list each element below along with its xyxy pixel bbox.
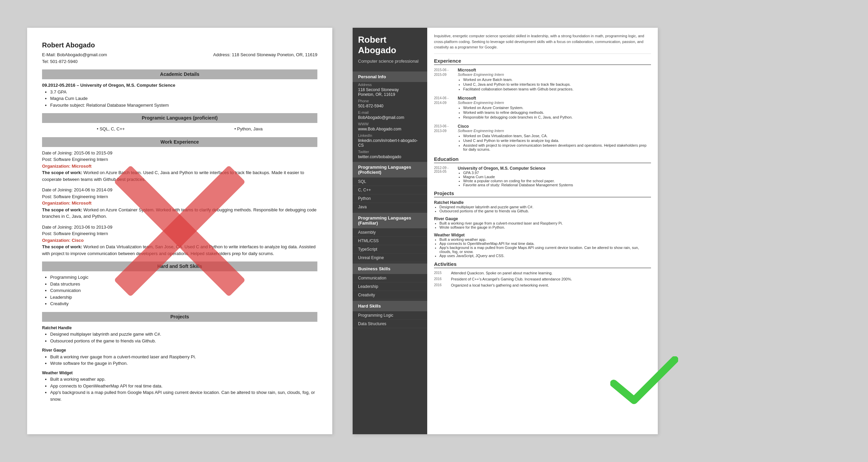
edu-school-1: University of Oregon, M.S. Computer Scie… xyxy=(458,166,651,171)
left-contact-left: E-Mail: BobAbogado@gmail.com Tel: 501-87… xyxy=(42,51,107,65)
edu-b2: Magna Cum Laude xyxy=(463,175,651,179)
work-org-1: Organization: Microsoft xyxy=(42,163,317,170)
act-1: 2015 Attended Quackcon. Spoke on panel a… xyxy=(434,271,651,275)
academic-header: Academic Details xyxy=(42,69,317,79)
lang-python: Python xyxy=(353,194,427,203)
academic-bullet-1: 3.7 GPA xyxy=(50,89,317,96)
project-1: Ratchet Handle Designed multiplayer laby… xyxy=(42,324,317,344)
lang-sql: SQL xyxy=(353,177,427,186)
address-label: Address xyxy=(353,82,427,87)
projects-title-r: Projects xyxy=(434,190,651,197)
r-proj-1: Ratchet Handle Designed multiplayer laby… xyxy=(434,200,651,213)
proj-2-bullet-2: Wrote software for the gauge in Python. xyxy=(50,360,317,367)
edu-detail-1: University of Oregon, M.S. Computer Scie… xyxy=(458,166,651,187)
exp-3-b2: Used C and Python to write interfaces to… xyxy=(463,139,651,143)
academic-school: University of Oregon, M.S. Computer Scie… xyxy=(80,83,175,88)
address-label: Address: xyxy=(213,52,231,57)
lang-typescript: TypeScript xyxy=(353,245,427,254)
sidebar-email: BobAbogado@gmail.com xyxy=(353,115,427,121)
work-dates-3: Date of Joining: 2013-06 to 2013-09 xyxy=(42,224,317,231)
r-p1-b2: Outsourced portions of the game to frien… xyxy=(439,209,651,213)
act-text-1: Attended Quackcon. Spoke on panel about … xyxy=(451,271,651,275)
exp-3-b1: Worked on Data Virtualization team, San … xyxy=(463,134,651,138)
exp-detail-3: Cisco Software Engineering Intern Worked… xyxy=(458,124,651,152)
skill-5: Creativity xyxy=(50,300,317,307)
linkedin-label: LinkedIn xyxy=(353,133,427,138)
work-post-1: Post: Software Engineering Intern xyxy=(42,156,317,163)
exp-company-1: Microsoft xyxy=(458,68,651,72)
prog-familiar-header: Programming Languages (Familiar) xyxy=(353,213,427,228)
work-dates-2: Date of Joining: 2014-06 to 2014-09 xyxy=(42,187,317,193)
exp-3-b3: Assisted with project to improve communi… xyxy=(463,143,651,151)
work-post-2: Post: Software Engineering Intern xyxy=(42,193,317,200)
main-content: Inquisitive, energetic computer science … xyxy=(427,28,658,434)
work-entry-3: Date of Joining: 2013-06 to 2013-09 Post… xyxy=(42,224,317,257)
exp-2: 2014-06 -2014-09 Microsoft Software Engi… xyxy=(434,96,651,120)
proj-title-1: Ratchet Handle xyxy=(42,326,72,330)
left-email: BobAbogado@gmail.com xyxy=(57,52,107,57)
r-proj-title-2: River Gauge xyxy=(434,216,651,221)
r-p3-b1: Built a working weather app. xyxy=(439,237,651,241)
work-scope-3: The scope of work: Worked on Data Virtua… xyxy=(42,244,317,257)
academic-bullets: 3.7 GPA Magna Cum Laude Favourite subjec… xyxy=(50,89,317,109)
act-year-2: 2016 xyxy=(434,277,451,281)
exp-1-b3: Facilitated collaboration between teams … xyxy=(463,87,651,91)
prog-lang-row: • SQL, C, C++ • Python, Java xyxy=(42,126,317,132)
skills-header: Hard and Soft Skills xyxy=(42,261,317,271)
edu-b3: Wrote a popular column on coding for the… xyxy=(463,179,651,183)
twitter-label: Twitter xyxy=(353,149,427,154)
exp-2-b3: Responsible for debugging code branches … xyxy=(463,115,651,119)
r-proj-3: Weather Widget Built a working weather a… xyxy=(434,233,651,258)
project-2: River Gauge Built a working river gauge … xyxy=(42,347,317,367)
sidebar: RobertAbogado Computer science professio… xyxy=(353,28,427,434)
email-label-r: E-mail xyxy=(353,110,427,115)
exp-2-b2: Worked with teams to refine debugging me… xyxy=(463,110,651,114)
lang-java: Java xyxy=(353,203,427,211)
hard-prog-logic: Programming Logic xyxy=(353,311,427,320)
prog-lang-left: • SQL, C, C++ xyxy=(97,126,125,132)
work-org-2: Organization: Microsoft xyxy=(42,200,317,207)
experience-title: Experience xyxy=(434,58,651,65)
exp-company-2: Microsoft xyxy=(458,96,651,101)
personal-info-header: Personal Info xyxy=(353,71,427,82)
exp-3: 2013-06 -2013-09 Cisco Software Engineer… xyxy=(434,124,651,152)
proj-3-bullet-2: App connects to OpenWeatherMap API for r… xyxy=(50,383,317,390)
act-year-1: 2015 xyxy=(434,271,451,275)
work-scope-1: The scope of work: Worked on Azure Batch… xyxy=(42,169,317,183)
academic-bullet-3: Favourite subject: Relational Database M… xyxy=(50,102,317,109)
email-label: E-Mail: xyxy=(42,52,56,57)
lang-assembly: Assembly xyxy=(353,228,427,237)
prog-proficient-header: Programming Languages (Proficient) xyxy=(353,162,427,177)
exp-date-2: 2014-06 -2014-09 xyxy=(434,96,458,120)
sidebar-www: www.Bob.Abogado.com xyxy=(353,127,427,133)
phone-label: Phone xyxy=(353,98,427,104)
left-name: Robert Abogado xyxy=(42,40,317,50)
skill-4: Leadership xyxy=(50,294,317,301)
proj-3-bullet-3: App's background is a map pulled from Go… xyxy=(50,389,317,402)
proj-2-bullet-1: Built a working river gauge from a culve… xyxy=(50,354,317,360)
skill-1: Programming Logic xyxy=(50,274,317,281)
exp-detail-2: Microsoft Software Engineering Intern Wo… xyxy=(458,96,651,120)
edu-b1: GPA 3.97 xyxy=(463,171,651,175)
proj-1-bullet-1: Designed multiplayer labyrinth and puzzl… xyxy=(50,331,317,338)
work-header: Work Experience xyxy=(42,137,317,147)
lang-html: HTML/CSS xyxy=(353,237,427,245)
biz-leadership: Leadership xyxy=(353,282,427,291)
proj-1-bullet-2: Outsourced portions of the game to frien… xyxy=(50,338,317,344)
exp-1: 2015-06 -2015-09 Microsoft Software Engi… xyxy=(434,68,651,92)
hard-data-struct: Data Structures xyxy=(353,320,427,328)
exp-date-3: 2013-06 -2013-09 xyxy=(434,124,458,152)
work-org-3: Organization: Cisco xyxy=(42,237,317,244)
resume-bad: Robert Abogado E-Mail: BobAbogado@gmail.… xyxy=(27,28,332,434)
proj-3-bullet-1: Built a working weather app. xyxy=(50,376,317,383)
left-tel: 501-872-5940 xyxy=(50,59,78,64)
skills-list: Programming Logic Data structures Commun… xyxy=(42,274,317,307)
resume-good: RobertAbogado Computer science professio… xyxy=(353,28,658,434)
academic-dates: 09.2012-05.2016 – xyxy=(42,83,79,88)
act-3: 2016 Organized a local hacker's gatherin… xyxy=(434,283,651,287)
exp-1-b2: Used C, Java and Python to write interfa… xyxy=(463,82,651,86)
work-dates-1: Date of Joining: 2015-06 to 2015-09 xyxy=(42,150,317,156)
exp-date-1: 2015-06 -2015-09 xyxy=(434,68,458,92)
r-p3-b2: App connects to OpenWeatherMap API for r… xyxy=(439,241,651,246)
r-p2-b2: Wrote software for the gauge in Python. xyxy=(439,225,651,229)
